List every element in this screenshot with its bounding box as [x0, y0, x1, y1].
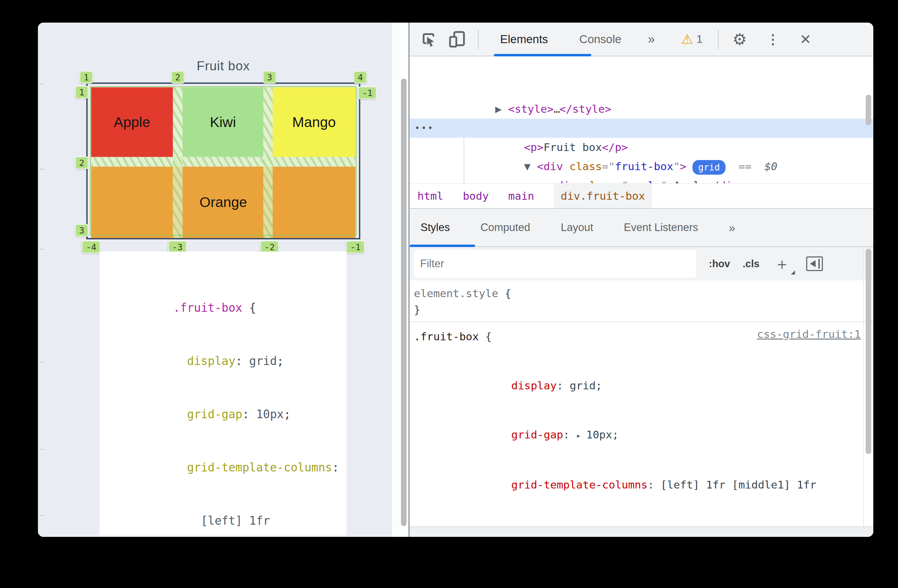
code-token: ;: [277, 354, 284, 368]
pseudo-state-toggle[interactable]: :hov: [709, 258, 730, 269]
code-token: [left] 1fr: [201, 514, 270, 528]
code-token: [173, 408, 187, 421]
rule-open-brace: {: [498, 287, 511, 300]
dom-tree: ▶ <style>…</style> ▼ <main>grid <p>Fruit…: [410, 56, 873, 183]
kebab-menu-icon[interactable]: ⋮: [766, 32, 780, 47]
breadcrumb: html body main div.fruit-box: [410, 183, 873, 209]
grid-line-label-bottom--4: -4: [82, 241, 100, 254]
active-tab-underline: [410, 245, 475, 247]
tab-event-listeners[interactable]: Event Listeners: [624, 221, 698, 234]
new-style-rule-button[interactable]: ＋: [774, 256, 790, 272]
css-token: :: [557, 379, 570, 392]
css-token: 10px;: [586, 428, 619, 441]
styles-sidebar-tabs: Styles Computed Layout Event Listeners »: [410, 209, 873, 247]
rule-open-brace: {: [479, 330, 492, 343]
code-line: grid-gap: 10px;: [118, 370, 346, 423]
devtools-bottom-strip: [410, 526, 873, 537]
css-token: [left] 1fr [middle1] 1fr: [660, 479, 816, 491]
rule-fruit-box[interactable]: css-grid-fruit:1 .fruit-box { display: g…: [410, 322, 873, 537]
code-token: 10px: [256, 408, 283, 421]
code-line: grid-template-columns:: [118, 423, 346, 476]
dom-scrollbar-thumb[interactable]: [866, 95, 871, 125]
styles-scrollbar-track: [863, 247, 864, 526]
dom-tree-row[interactable]: <p>Fruit box</p>: [410, 100, 873, 119]
stylesheet-source-link[interactable]: css-grid-fruit:1: [757, 328, 861, 340]
close-devtools-icon[interactable]: ✕: [800, 31, 811, 47]
css-token: grid-gap: [511, 428, 563, 441]
breadcrumb-item-selected[interactable]: div.fruit-box: [554, 184, 652, 208]
styles-scrollbar-thumb[interactable]: [866, 249, 871, 454]
css-token: :: [647, 479, 660, 491]
code-token: [173, 461, 187, 474]
sidebar-arrow-icon: [810, 260, 816, 267]
rule-close-brace: }: [414, 303, 420, 316]
device-toolbar-icon[interactable]: [449, 31, 467, 48]
code-token: grid: [249, 354, 277, 368]
code-token: :: [242, 408, 256, 421]
grid-line-label-top-4: 4: [354, 71, 367, 84]
css-declaration[interactable]: grid-gap: ▸ 10px;: [414, 394, 860, 444]
tab-layout[interactable]: Layout: [561, 221, 593, 234]
css-token: grid;: [570, 379, 602, 392]
element-classes-toggle[interactable]: .cls: [743, 258, 759, 269]
fruit-box-grid: Apple Kiwi Mango Orange: [86, 82, 360, 239]
code-line: display: grid;: [118, 317, 346, 370]
rule-selector[interactable]: element.style: [414, 287, 498, 300]
breadcrumb-item-body[interactable]: body: [463, 184, 489, 208]
ruler-tick: [40, 362, 43, 363]
tab-styles[interactable]: Styles: [420, 221, 450, 234]
grid-cell-apple: Apple: [91, 87, 173, 157]
breadcrumb-item-main[interactable]: main: [508, 184, 534, 208]
page-scrollbar-thumb[interactable]: [401, 79, 407, 526]
rule-element-style[interactable]: element.style { }: [410, 280, 873, 322]
grid-row-gap-overlay: [91, 157, 355, 167]
dom-token: •••: [415, 119, 434, 138]
more-tabs-chevron-icon[interactable]: »: [648, 32, 655, 47]
css-declaration[interactable]: grid-template-columns: [left] 1fr [middl…: [414, 444, 860, 493]
warning-badge[interactable]: ⚠ 1: [681, 32, 703, 47]
dom-tree-row[interactable]: <div class="kiwi">Kiwi</div>: [410, 157, 873, 176]
filter-input[interactable]: [414, 250, 696, 278]
dom-tree-row[interactable]: <div class="mango">Mango</div>: [410, 176, 873, 183]
ruler-tick: [40, 169, 43, 170]
grid-line-label-row-1: 1: [75, 86, 88, 99]
tab-computed[interactable]: Computed: [480, 221, 530, 234]
sidebar-bar-icon: [818, 259, 820, 269]
settings-gear-icon[interactable]: ⚙: [732, 30, 747, 49]
dom-tree-row[interactable]: ▼ <main>grid: [410, 80, 873, 100]
devtools-toolbar: Elements Console » ⚠ 1 ⚙ ⋮ ✕: [410, 23, 873, 56]
grid-cell-kiwi: Kiwi: [183, 87, 263, 157]
tab-elements[interactable]: Elements: [500, 33, 548, 46]
styles-pane: element.style { } css-grid-fruit:1 .frui…: [410, 280, 873, 537]
tab-console[interactable]: Console: [580, 33, 621, 46]
more-tabs-chevron-icon[interactable]: »: [729, 221, 735, 234]
grid-line-label-top-1: 1: [79, 71, 93, 84]
warning-icon: ⚠: [681, 32, 693, 47]
code-line: .fruit-box {: [118, 263, 346, 317]
grid-cell-mango: Mango: [273, 87, 355, 157]
code-token: grid-gap: [187, 408, 242, 421]
code-line: [left] 1fr: [118, 476, 346, 530]
dom-tree-row[interactable]: <div class="apple">Apple</div>: [410, 138, 873, 157]
grid-column-gap-overlay: [173, 87, 183, 238]
inspect-element-icon[interactable]: [420, 31, 437, 48]
dom-tree-row[interactable]: •••▼ <div class="fruit-box">grid == $0: [410, 119, 873, 138]
page-title: Fruit box: [86, 59, 360, 74]
page-scrollbar-track[interactable]: [391, 23, 408, 537]
breadcrumb-item-html[interactable]: html: [417, 184, 443, 208]
grid-line-label-row-2: 2: [75, 157, 88, 169]
dom-tree-row[interactable]: ▶ <style>…</style>: [410, 61, 873, 80]
grid-cell-orange: Orange: [91, 167, 355, 238]
code-token: display: [187, 354, 235, 368]
styles-filter-bar: :hov .cls ＋: [410, 247, 873, 280]
code-token: [173, 354, 187, 368]
active-tab-underline: [494, 54, 591, 56]
css-declaration[interactable]: display: grid;: [414, 345, 860, 394]
css-token: :: [563, 428, 576, 441]
ruler-tick: [40, 449, 43, 450]
toggle-sidebar-icon[interactable]: [806, 256, 823, 271]
new-rule-dropdown-icon: [791, 270, 795, 274]
rule-selector[interactable]: .fruit-box: [414, 330, 479, 343]
app-window: Fruit box Apple Kiwi Mango Orange 1 2 3 …: [38, 23, 873, 537]
grid-line-label-top-2: 2: [171, 71, 185, 84]
